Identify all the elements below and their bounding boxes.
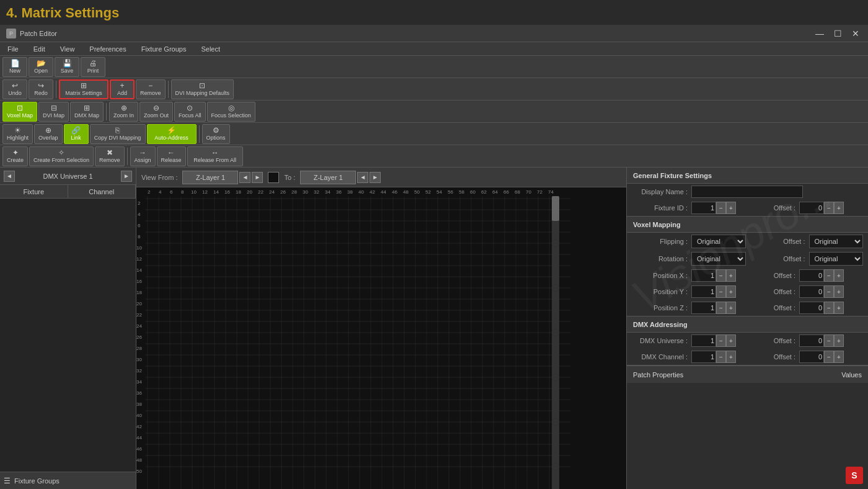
- grid-canvas[interactable]: 2 4 6 8 10 12 14 16 18 20 22 24 26 28 30…: [136, 187, 626, 489]
- posZ-decrement[interactable]: −: [716, 302, 726, 314]
- svg-text:14: 14: [213, 189, 219, 195]
- posY-offset-increment[interactable]: +: [834, 285, 844, 298]
- release-all-icon: ↔: [211, 149, 219, 156]
- svg-text:54: 54: [436, 189, 442, 195]
- dmx-universe-offset-increment[interactable]: +: [834, 334, 844, 347]
- svg-text:8: 8: [138, 234, 141, 240]
- focus-all-button[interactable]: ⊙ Focus All: [174, 102, 206, 122]
- menu-edit[interactable]: Edit: [31, 44, 48, 54]
- posX-offset-input[interactable]: [799, 269, 824, 282]
- svg-text:42: 42: [136, 424, 142, 429]
- release-button[interactable]: ← Release: [157, 146, 186, 166]
- dmx-channel-increment[interactable]: +: [726, 351, 736, 363]
- dmx-channel-input[interactable]: [691, 351, 716, 363]
- voxel-mapping-header: Voxel Mapping: [627, 217, 868, 233]
- layer2-prev-button[interactable]: ◄: [357, 172, 368, 183]
- remove-button[interactable]: − Remove: [136, 79, 166, 99]
- rotation-select[interactable]: Original: [691, 252, 746, 266]
- dmx-channel-offset-increment[interactable]: +: [834, 351, 844, 363]
- dvi-mapping-defaults-button[interactable]: ⊡ DVI Mapping Defaults: [171, 79, 234, 99]
- minimize-button[interactable]: —: [813, 29, 826, 38]
- options-button[interactable]: ⚙ Options: [202, 124, 230, 144]
- add-icon: +: [120, 82, 124, 89]
- voxel-map-button[interactable]: ⊡ Voxel Map: [2, 102, 37, 122]
- print-button[interactable]: 🖨 Print: [81, 57, 105, 77]
- posX-input[interactable]: [691, 269, 716, 282]
- fixture-id-increment[interactable]: +: [726, 202, 736, 214]
- dmx-channel-offset-decrement[interactable]: −: [824, 351, 834, 363]
- assign-button[interactable]: → Assign: [130, 146, 156, 166]
- open-button[interactable]: 📂 Open: [29, 57, 53, 77]
- color-indicator: [268, 172, 279, 183]
- fixture-offset-decrement[interactable]: −: [824, 202, 834, 214]
- posX-increment[interactable]: +: [726, 269, 736, 282]
- svg-text:64: 64: [492, 189, 498, 195]
- menu-select[interactable]: Select: [198, 44, 223, 54]
- sidebar-col-channel: Channel: [68, 185, 136, 198]
- posX-offset-increment[interactable]: +: [834, 269, 844, 282]
- posY-increment[interactable]: +: [726, 285, 736, 298]
- rotation-offset-select[interactable]: Original: [809, 252, 864, 266]
- overlap-button[interactable]: ⊕ Overlap: [34, 124, 63, 144]
- posY-offset-input[interactable]: [799, 285, 824, 298]
- link-button[interactable]: 🔗 Link: [64, 124, 89, 144]
- posY-offset-decrement[interactable]: −: [824, 285, 834, 298]
- create-button[interactable]: ✦ Create: [2, 146, 28, 166]
- zoom-out-button[interactable]: ⊖ Zoom Out: [140, 102, 173, 122]
- auto-address-button[interactable]: ⚡ Auto-Address: [147, 124, 197, 144]
- flipping-select[interactable]: Original: [691, 235, 746, 248]
- focus-selection-button[interactable]: ◎ Focus Selection: [207, 102, 255, 122]
- release-from-all-button[interactable]: ↔ Release From All: [187, 146, 243, 166]
- posZ-offset-decrement[interactable]: −: [824, 302, 834, 314]
- dmx-universe-increment[interactable]: +: [726, 334, 736, 347]
- menu-fixture-groups[interactable]: Fixture Groups: [139, 44, 189, 54]
- undo-button[interactable]: ↩ Undo: [2, 79, 27, 99]
- redo-button[interactable]: ↪ Redo: [29, 79, 53, 99]
- fixture-id-decrement[interactable]: −: [716, 202, 726, 214]
- add-button[interactable]: + Add: [110, 79, 135, 99]
- posX-offset-decrement[interactable]: −: [824, 269, 834, 282]
- dmx-channel-label: DMX Channel :: [632, 353, 688, 361]
- layer1-next-button[interactable]: ►: [252, 172, 263, 183]
- posZ-increment[interactable]: +: [726, 302, 736, 314]
- remove-group-button[interactable]: ✖ Remove: [95, 146, 125, 166]
- flipping-offset-select[interactable]: Original: [809, 235, 864, 248]
- posY-input[interactable]: [691, 285, 716, 298]
- posX-decrement[interactable]: −: [716, 269, 726, 282]
- save-icon: 💾: [63, 60, 72, 67]
- menu-preferences[interactable]: Preferences: [87, 44, 128, 54]
- dmx-channel-decrement[interactable]: −: [716, 351, 726, 363]
- dmx-channel-offset-input[interactable]: [799, 351, 824, 363]
- sidebar-next-button[interactable]: ►: [121, 171, 132, 182]
- copy-dvi-mapping-button[interactable]: ⎘ Copy DVI Mapping: [90, 124, 146, 144]
- create-from-selection-button[interactable]: ✧ Create From Selection: [29, 146, 94, 166]
- posY-decrement[interactable]: −: [716, 285, 726, 298]
- dmx-universe-decrement[interactable]: −: [716, 334, 726, 347]
- fixture-offset-input[interactable]: [799, 202, 824, 214]
- matrix-settings-button[interactable]: ⊞ Matrix Settings: [59, 79, 108, 99]
- posZ-offset-input[interactable]: [799, 302, 824, 314]
- posZ-input[interactable]: [691, 302, 716, 314]
- layer2-next-button[interactable]: ►: [370, 172, 381, 183]
- zoom-in-button[interactable]: ⊕ Zoom In: [109, 102, 138, 122]
- sidebar-prev-button[interactable]: ◄: [4, 171, 15, 182]
- layer1-box: Z-Layer 1: [182, 171, 238, 184]
- display-name-input[interactable]: [691, 186, 803, 198]
- fixture-offset-increment[interactable]: +: [834, 202, 844, 214]
- dmx-universe-offset-input[interactable]: [799, 334, 824, 347]
- dmx-map-button[interactable]: ⊞ DMX Map: [70, 102, 104, 122]
- maximize-button[interactable]: ☐: [831, 29, 844, 38]
- remove-icon: −: [148, 82, 153, 89]
- new-button[interactable]: 📄 New: [2, 57, 27, 77]
- save-button[interactable]: 💾 Save: [55, 57, 79, 77]
- menu-file[interactable]: File: [5, 44, 21, 54]
- posZ-offset-increment[interactable]: +: [834, 302, 844, 314]
- highlight-button[interactable]: ☀ Highlight: [2, 124, 33, 144]
- dmx-universe-input[interactable]: [691, 334, 716, 347]
- dmx-universe-offset-decrement[interactable]: −: [824, 334, 834, 347]
- layer1-prev-button[interactable]: ◄: [239, 172, 250, 183]
- menu-view[interactable]: View: [58, 44, 78, 54]
- close-button[interactable]: ✕: [849, 29, 862, 38]
- dvi-map-button[interactable]: ⊟ DVI Map: [38, 102, 69, 122]
- fixture-id-input[interactable]: [691, 202, 716, 214]
